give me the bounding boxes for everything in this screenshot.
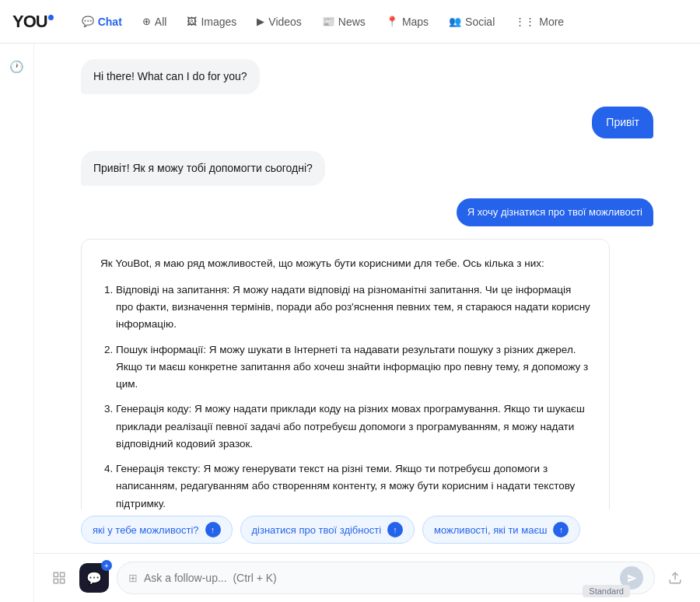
maps-icon: 📍 [386, 16, 398, 27]
nav: 💬 Chat ⊕ All 🖼 Images ▶ Videos 📰 News 📍 … [72, 11, 573, 33]
plus-icon: + [101, 560, 112, 571]
svg-rect-1 [61, 572, 65, 576]
user-capabilities-text: Я хочу дізнатися про твої можливості [467, 206, 642, 218]
logo-dot [48, 15, 54, 20]
chat-icon: 💬 [82, 16, 94, 27]
videos-icon: ▶ [257, 16, 264, 27]
chat-bubble-icon: 💬 [86, 571, 102, 586]
nav-item-videos[interactable]: ▶ Videos [247, 11, 311, 33]
list-item: Відповіді на запитання: Я можу надати ві… [116, 282, 590, 334]
input-bar-wrapper: 💬 + ⊞ [34, 553, 700, 602]
social-icon: 👥 [449, 16, 461, 27]
nav-item-more[interactable]: ⋮⋮ More [506, 11, 573, 33]
news-icon: 📰 [322, 16, 334, 27]
suggestion-chip-2[interactable]: дізнатися про твої здібності ↑ [240, 516, 415, 544]
history-icon[interactable]: 🕐 [6, 56, 28, 78]
sidebar: 🕐 [0, 44, 34, 602]
chip-arrow-1: ↑ [205, 522, 221, 537]
card-intro: Як YouBot, я маю ряд можливостей, що мож… [100, 255, 590, 272]
suggestion-chip-3[interactable]: можливості, які ти маєш ↑ [422, 516, 580, 544]
nav-item-chat[interactable]: 💬 Chat [72, 11, 131, 33]
svg-rect-2 [54, 579, 58, 583]
nav-label-maps: Maps [402, 16, 429, 28]
svg-rect-0 [54, 572, 58, 576]
nav-label-chat: Chat [98, 16, 122, 28]
nav-label-images: Images [201, 16, 236, 28]
new-chat-button[interactable]: 💬 + [79, 563, 109, 593]
images-icon: 🖼 [187, 16, 197, 27]
logo-text: YOU [12, 12, 47, 31]
suggestion-chip-1[interactable]: які у тебе можливості? ↑ [81, 516, 233, 544]
list-item: Генерація коду: Я можу надати приклади к… [116, 401, 590, 453]
nav-item-all[interactable]: ⊕ All [133, 11, 177, 33]
bot-greeting-text: Hi there! What can I do for you? [93, 70, 247, 82]
list-item: Генерація тексту: Я можу генерувати текс… [116, 460, 590, 509]
suggestion-row: які у тебе можливості? ↑ дізнатися про т… [34, 509, 700, 553]
bot-capabilities-card: Як YouBot, я маю ряд можливостей, що мож… [81, 239, 610, 510]
bot-bubble-greeting: Hi there! What can I do for you? [81, 59, 260, 94]
nav-label-social: Social [465, 16, 495, 28]
follow-up-input[interactable] [144, 572, 614, 584]
card-list: Відповіді на запитання: Я можу надати ві… [116, 282, 590, 509]
nav-item-images[interactable]: 🖼 Images [177, 11, 246, 33]
chip-label-2: дізнатися про твої здібності [252, 524, 382, 536]
messages-list: Hi there! What can I do for you? Привіт … [34, 44, 700, 509]
chip-label-3: можливості, які ти маєш [434, 524, 547, 536]
upload-icon[interactable] [663, 565, 688, 590]
bot-bubble-response1: Привіт! Як я можу тобі допомогти сьогодн… [81, 151, 325, 186]
nav-label-videos: Videos [268, 16, 302, 28]
more-icon: ⋮⋮ [515, 16, 535, 27]
grid-icon: ⊞ [128, 572, 138, 584]
logo: YOU [12, 12, 54, 32]
list-item: Пошук інформації: Я можу шукати в Інтерн… [116, 341, 590, 394]
standard-badge: Standard [583, 585, 630, 597]
user-hello-text: Привіт [606, 116, 639, 128]
user-message-capabilities: Я хочу дізнатися про твої можливості [457, 198, 653, 226]
bot-response1-text: Привіт! Як я можу тобі допомогти сьогодн… [93, 162, 313, 174]
bot-message-response1: Привіт! Як я можу тобі допомогти сьогодн… [81, 151, 325, 186]
chip-arrow-3: ↑ [553, 522, 569, 537]
left-sidebar-icon[interactable] [47, 565, 72, 590]
nav-label-news: News [338, 16, 366, 28]
user-bubble-capabilities: Я хочу дізнатися про твої можливості [457, 198, 653, 226]
header: YOU 💬 Chat ⊕ All 🖼 Images ▶ Videos 📰 New… [0, 0, 700, 44]
bot-message-greeting: Hi there! What can I do for you? [81, 59, 260, 94]
input-field-wrap: ⊞ [117, 562, 655, 594]
user-bubble-hello: Привіт [592, 107, 653, 138]
nav-label-all: All [155, 16, 167, 28]
svg-rect-3 [61, 579, 65, 583]
nav-label-more: More [539, 16, 564, 28]
nav-item-news[interactable]: 📰 News [313, 11, 375, 33]
main-content: 🕐 Hi there! What can I do for you? Приві… [0, 44, 700, 602]
nav-item-social[interactable]: 👥 Social [439, 11, 504, 33]
chip-arrow-2: ↑ [387, 522, 403, 537]
all-icon: ⊕ [142, 16, 151, 27]
nav-item-maps[interactable]: 📍 Maps [376, 11, 438, 33]
user-message-hello: Привіт [592, 107, 653, 138]
chat-area: Hi there! What can I do for you? Привіт … [34, 44, 700, 602]
chip-label-1: які у тебе можливості? [93, 524, 199, 536]
